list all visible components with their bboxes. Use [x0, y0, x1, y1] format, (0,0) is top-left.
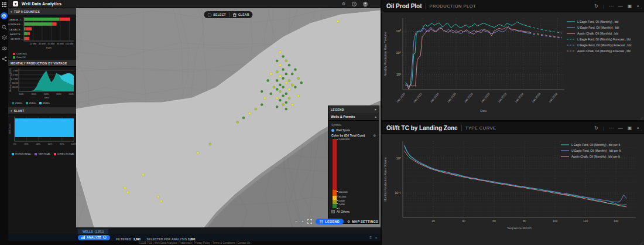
- footer-links[interactable]: ©2025 TGS | Well Data Analytics | Tradem…: [138, 241, 250, 244]
- close-icon[interactable]: ×: [375, 108, 376, 111]
- map-settings-button[interactable]: ⚙ MAP SETTINGS: [347, 220, 378, 223]
- legend-item[interactable]: Cum Gas: [13, 52, 76, 55]
- more-icon[interactable]: ⋯: [609, 4, 614, 9]
- svg-text:80: 80: [523, 219, 526, 223]
- close-icon[interactable]: ×: [636, 4, 639, 9]
- svg-text:40%: 40%: [36, 143, 41, 145]
- wells-permits-section: Wells & Permits: [331, 115, 355, 118]
- map[interactable]: SELECT CLEAR LEGEND × Wells & Permits ▴ …: [76, 8, 381, 227]
- search-icon[interactable]: [2, 25, 7, 30]
- svg-text:Monthly Production Rate / Volu: Monthly Production Rate / Volume: [383, 157, 387, 202]
- resize-handle[interactable]: ◿: [640, 115, 643, 120]
- clear-button[interactable]: CLEAR: [232, 13, 249, 17]
- all-others-row[interactable]: All Others: [331, 210, 376, 213]
- svg-text:EUR: EUR: [46, 46, 52, 49]
- svg-text:60%: 60%: [48, 143, 53, 145]
- typecurve-chart: 10⁻¹10⁰20406080100120140Sequence MonthMo…: [382, 134, 644, 245]
- svg-text:1.6 MM: 1.6 MM: [11, 74, 18, 76]
- legend-item[interactable]: 2010s: [26, 101, 36, 104]
- analyze-button[interactable]: ANALYZE i: [78, 235, 110, 240]
- legend-item[interactable]: VERTICAL: [35, 152, 50, 155]
- collapse-icon[interactable]: ▴: [375, 115, 376, 118]
- production-plot-panel: Oil Prod Plot PRODUCTION PLOT ↻|⋯—▣× 10³…: [382, 0, 644, 120]
- section-header-vintage[interactable]: MONTHLY PRODUCTION BY VINTAGE: [8, 60, 76, 67]
- svg-text:1.2 MM: 1.2 MM: [11, 78, 18, 80]
- section-header-top5-counties[interactable]: ▾ TOP 5 COUNTIES: [8, 8, 76, 15]
- ramp-scale-label: 5,000: [338, 199, 345, 202]
- select-button[interactable]: SELECT: [207, 13, 226, 17]
- svg-text:60: 60: [492, 219, 496, 223]
- divider: [461, 125, 462, 131]
- legend-item[interactable]: 2000s: [12, 101, 22, 104]
- layers-icon[interactable]: [2, 35, 7, 40]
- svg-text:20%: 20%: [25, 143, 29, 145]
- ramp-scale-label: 0: [338, 207, 340, 210]
- user-avatar-icon[interactable]: [363, 2, 368, 6]
- type-curve-panel: Oil/ft TC by Landing Zone TYPE CURVE ↻|⋯…: [382, 122, 644, 245]
- menu-icon[interactable]: ≡: [369, 236, 372, 239]
- close-icon[interactable]: ×: [636, 125, 639, 131]
- svg-text:Well Count: Well Count: [9, 124, 11, 134]
- svg-text:L Eagle Ford, Oil (Monthly) ,: L Eagle Ford, Oil (Monthly) , bbl per ft: [571, 143, 621, 147]
- app-title: Well Data Analytics: [22, 2, 61, 6]
- ramp-scale-label: 1,000: [338, 202, 345, 205]
- visibility-icon[interactable]: [2, 46, 7, 51]
- top5-counties-chart: 20 MM40 MM60 MM80 MM100 MMLAVACA - T...G…: [8, 15, 76, 52]
- section-header-slant[interactable]: ▾ SLANT: [8, 107, 76, 114]
- fullscreen-icon[interactable]: [307, 219, 312, 224]
- resize-handle[interactable]: ◿: [640, 240, 643, 244]
- history-icon[interactable]: ↻: [594, 125, 598, 131]
- section-title: TOP 5 COUNTIES: [14, 10, 40, 13]
- svg-text:2025: 2025: [69, 93, 74, 96]
- help-icon[interactable]: ?: [352, 2, 357, 6]
- minimize-icon[interactable]: —: [618, 125, 623, 131]
- svg-text:DE WITT ...: DE WITT ...: [11, 38, 23, 40]
- svg-text:Jan 2024: Jan 2024: [514, 92, 525, 104]
- expand-icon[interactable]: ▣: [628, 125, 632, 131]
- slant-legend: HORIZONTALVERTICALDIRECTIONAL: [8, 152, 76, 156]
- share-icon[interactable]: [2, 56, 7, 62]
- svg-text:L Eagle Ford, Oil (Monthly) ,: L Eagle Ford, Oil (Monthly) , bbl: [577, 20, 618, 23]
- svg-text:800 M: 800 M: [12, 82, 18, 84]
- svg-text:Sequence Month: Sequence Month: [507, 226, 532, 230]
- svg-text:2020: 2020: [56, 93, 61, 96]
- checkbox-icon[interactable]: [331, 210, 335, 213]
- settings-gear-icon[interactable]: ⚙: [342, 2, 345, 6]
- legend-button[interactable]: LEGEND: [316, 219, 344, 224]
- production-panel-header[interactable]: Oil Prod Plot PRODUCTION PLOT ↻|⋯—▣×: [382, 0, 644, 12]
- zoom-out-button[interactable]: −: [295, 219, 298, 224]
- color-by-row: Color by (Oil Total Cum) ⚙: [331, 134, 376, 137]
- svg-text:10⁵: 10⁵: [396, 29, 401, 33]
- history-icon[interactable]: ↻: [594, 4, 598, 9]
- legend-item[interactable]: 2020s: [39, 101, 50, 104]
- more-icon[interactable]: ⋯: [609, 125, 614, 131]
- svg-text:60 MM: 60 MM: [48, 43, 55, 45]
- color-ramp: 1,000,000100,00030,0005,0001,0000: [333, 139, 376, 208]
- zoom-in-button[interactable]: +: [302, 219, 304, 224]
- svg-text:10⁰: 10⁰: [396, 156, 402, 160]
- svg-text:20: 20: [431, 219, 435, 223]
- divider: |: [603, 4, 604, 9]
- gear-icon[interactable]: ⚙: [374, 134, 376, 137]
- typecurve-panel-header[interactable]: Oil/ft TC by Landing Zone TYPE CURVE ↻|⋯…: [382, 122, 644, 134]
- legend-item[interactable]: HORIZONTAL: [12, 152, 31, 155]
- svg-text:100: 100: [553, 219, 558, 223]
- apps-grid-icon[interactable]: [2, 2, 7, 7]
- panel-title: Oil Prod Plot: [386, 3, 422, 9]
- well-spots-row: Well Spots: [331, 128, 376, 132]
- app-header: T Well Data Analytics ⚙ ?: [8, 0, 381, 8]
- collapse-icon[interactable]: »: [375, 236, 377, 239]
- svg-text:Jan 2016: Jan 2016: [446, 92, 457, 104]
- svg-text:20 MM: 20 MM: [30, 43, 37, 45]
- expand-icon[interactable]: ▣: [628, 4, 632, 9]
- gear-icon: ⚙: [347, 220, 350, 223]
- svg-text:80 MM: 80 MM: [57, 43, 64, 45]
- panel-subtitle: TYPE CURVE: [465, 125, 496, 131]
- legend-item[interactable]: DIRECTIONAL: [54, 152, 74, 155]
- analyze-bar-actions: ≡»: [369, 236, 377, 239]
- symbols-label: Symbols: [331, 124, 376, 127]
- svg-text:80%: 80%: [60, 143, 64, 145]
- legend-item[interactable]: Cum Oil: [13, 56, 76, 59]
- minimize-icon[interactable]: —: [618, 4, 623, 9]
- wells-dashboard-icon[interactable]: [1, 12, 8, 19]
